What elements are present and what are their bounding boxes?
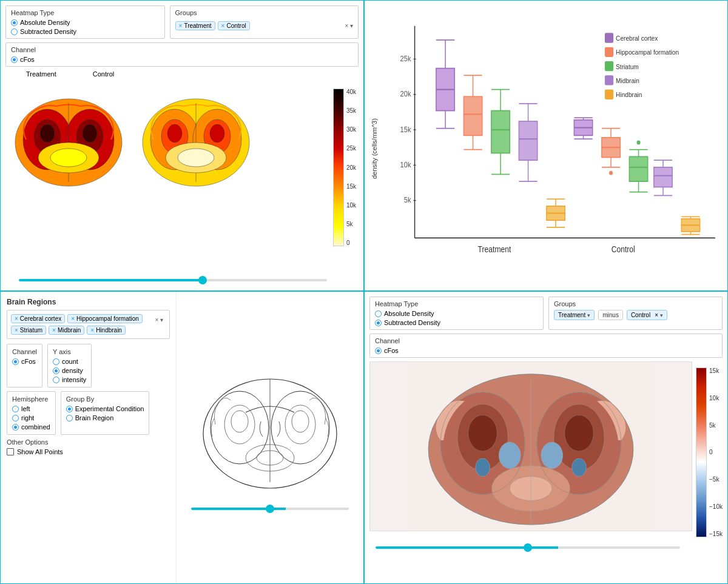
tag-treatment-remove[interactable]: × [179,22,183,29]
tag-treatment-br[interactable]: Treatment ▾ [554,310,595,320]
radio-label-subtracted: Subtracted Density [20,28,76,35]
channel-cfos-radio [11,56,18,63]
yaxis-count-radio [53,358,59,365]
yaxis-count[interactable]: count [53,358,86,365]
groupby-radio-group: Experimental Condition Brain Region [66,405,144,421]
groupby-brain[interactable]: Brain Region [66,414,144,421]
radio-absolute-density[interactable]: Absolute Density [11,19,160,26]
cb-label-25k: 25k [346,145,356,152]
tag-treatment-dropdown[interactable]: ▾ [587,312,590,318]
hemisphere-right-label: right [21,414,34,421]
svg-rect-71 [629,156,647,181]
tag-hindbrain-remove[interactable]: × [90,327,94,334]
tag-control[interactable]: × Control [218,21,250,30]
show-all-points-checkbox[interactable] [7,448,14,455]
svg-point-19 [178,149,214,167]
radio-circle-absolute-br [375,310,382,317]
show-all-points-item[interactable]: Show All Points [7,448,170,455]
tag-hindbrain[interactable]: × Hindbrain [87,326,126,335]
yaxis-count-label: count [62,358,78,365]
heatmap-type-title: Heatmap Type [11,9,160,16]
tag-midbrain[interactable]: × Midbrain [49,326,84,335]
heatmap-type-group-br: Absolute Density Subtracted Density [375,310,538,326]
brain-heatmap-subtracted [370,362,692,531]
groupby-brain-label: Brain Region [75,414,114,421]
yaxis-box: Y axis count density [47,344,92,388]
hemisphere-combined[interactable]: combined [12,423,50,431]
cb-10k-br: 10k [709,395,723,401]
svg-text:25k: 25k [400,54,412,63]
brain-heatmap-treatment [8,79,129,200]
cb-label-30k: 30k [346,126,356,133]
channel-box-bl: Channel cFos [7,344,42,388]
radio-absolute-br[interactable]: Absolute Density [375,310,538,317]
channel-cfos-br[interactable]: cFos [375,347,717,354]
svg-text:Cerebral cortex: Cerebral cortex [616,34,658,42]
treatment-label-top: Treatment [26,70,56,78]
svg-text:Hippocampal formation: Hippocampal formation [616,49,679,56]
tag-control-remove-br[interactable]: × [655,312,658,318]
slice-slider-top[interactable] [19,279,327,281]
svg-point-112 [468,415,497,451]
hemisphere-radio-group: left right combined [12,405,50,431]
channel-title: Channel [11,46,353,53]
svg-text:5k: 5k [404,195,412,204]
yaxis-title: Y axis [53,348,86,355]
tag-midbrain-remove[interactable]: × [52,327,56,334]
channel-cfos-label: cFos [20,56,35,63]
channel-cfos-item[interactable]: cFos [11,56,353,63]
tag-cerebral-remove[interactable]: × [15,315,18,322]
hemisphere-right[interactable]: right [12,414,50,421]
slice-slider-br[interactable] [376,546,680,549]
hemisphere-left-radio [12,406,19,412]
tag-hippocampal-label: Hippocampal formation [76,315,139,322]
cb-15k-br: 15k [709,368,723,374]
colorbar-gradient-br [696,368,707,537]
tag-striatum-label: Striatum [20,327,42,334]
svg-point-118 [541,442,563,469]
groups-tag-container: × Treatment × Control × ▾ [175,19,353,32]
groups-box-br: Groups Treatment ▾ minus Control × ▾ [548,297,723,330]
channel-box: Channel cFos [5,42,359,67]
svg-point-16 [210,124,224,143]
tag-hippocampal-remove[interactable]: × [71,315,75,322]
show-all-points-label: Show All Points [17,448,63,455]
slice-slider-bottom-left[interactable] [191,508,349,510]
svg-rect-50 [519,121,537,160]
tag-cerebral-cortex[interactable]: × Cerebral cortex [11,314,65,323]
svg-rect-92 [605,75,613,85]
yaxis-intensity[interactable]: intensity [53,376,86,383]
hemisphere-box: Hemisphere left right [7,391,56,435]
tag-control-dropdown-br[interactable]: ▾ [660,312,663,318]
groupby-experimental[interactable]: Experimental Condition [66,405,144,412]
brain-regions-dropdown[interactable]: × ▾ [155,317,163,323]
radio-subtracted-br[interactable]: Subtracted Density [375,319,538,326]
svg-rect-88 [605,47,613,57]
yaxis-density[interactable]: density [53,367,86,374]
svg-text:Control: Control [612,244,635,254]
bottom-left-panel: Brain Regions × Cerebral cortex × Hippoc… [0,291,364,584]
hemisphere-left[interactable]: left [12,405,50,412]
radio-subtracted-density[interactable]: Subtracted Density [11,28,160,35]
colorbar-br: 15k 10k 5k 0 −5k −10k −15k [696,368,723,537]
groups-dropdown-arrow[interactable]: × ▾ [345,22,353,29]
svg-point-113 [565,415,594,451]
svg-point-6 [83,124,97,143]
heatmap-type-box: Heatmap Type Absolute Density Subtracted… [5,5,165,39]
top-right-panel: density (cells/mm^3) 25k 20k 15k 10k [364,0,728,291]
tag-striatum-remove[interactable]: × [15,327,18,334]
brain-outline-svg [191,364,349,497]
minus-button-br[interactable]: minus [598,310,623,320]
other-options-title: Other Options [7,438,170,446]
tag-control-remove[interactable]: × [221,22,225,29]
hemisphere-left-label: left [21,405,30,412]
cb-label-20k: 20k [346,164,356,171]
heatmap-type-radio-group: Absolute Density Subtracted Density [11,19,160,35]
heatmap-type-title-br: Heatmap Type [375,300,538,307]
tag-hippocampal[interactable]: × Hippocampal formation [67,314,143,323]
channel-cfos-bl[interactable]: cFos [12,358,37,365]
tag-treatment[interactable]: × Treatment [175,21,215,30]
tag-striatum[interactable]: × Striatum [11,326,46,335]
tag-control-br[interactable]: Control × ▾ [627,310,667,320]
tag-cerebral-label: Cerebral cortex [20,315,61,322]
